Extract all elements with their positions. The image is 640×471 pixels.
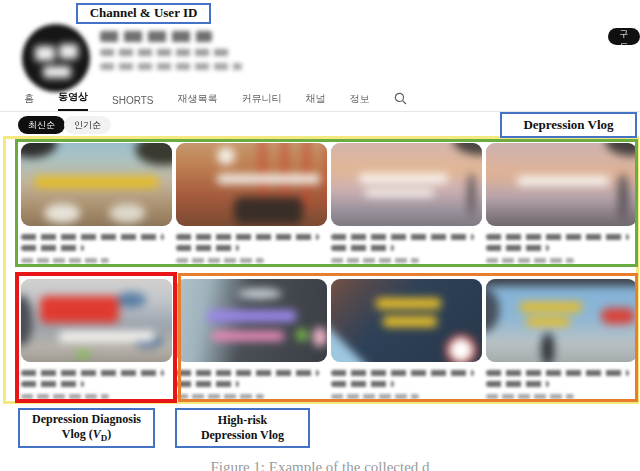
channel-user-id-annotation: Channel & User ID <box>76 3 211 24</box>
filter-chip-popular[interactable]: 인기순 <box>64 116 111 134</box>
video-title-blurred <box>331 381 394 387</box>
channel-tabs: 홈동영상SHORTS재생목록커뮤니티채널정보 <box>24 92 407 111</box>
video-metadata-blurred <box>21 394 109 399</box>
video-title-blurred <box>21 245 84 251</box>
annotation-line: High-risk <box>218 413 267 428</box>
depression-diagnosis-annotation: Depression Diagnosis Vlog (VD) <box>18 408 155 448</box>
video-5[interactable] <box>21 279 172 399</box>
annotation-line: Depression Vlog <box>201 428 284 443</box>
video-thumbnail[interactable] <box>486 143 637 226</box>
tab-item-6[interactable]: 정보 <box>350 92 370 111</box>
video-title-blurred <box>331 234 474 240</box>
video-title-blurred <box>21 381 84 387</box>
video-metadata-blurred <box>176 258 264 263</box>
channel-description-blurred <box>100 63 242 70</box>
video-metadata-blurred <box>176 394 264 399</box>
video-thumbnail[interactable] <box>21 143 172 226</box>
video-thumbnail[interactable] <box>486 279 637 362</box>
video-thumbnail[interactable] <box>331 279 482 362</box>
video-2[interactable] <box>176 143 327 263</box>
avatar-logo-glyph <box>35 46 55 61</box>
channel-avatar[interactable] <box>22 24 90 92</box>
tab-item-1[interactable]: 동영상 <box>58 90 88 111</box>
channel-handle-stats-blurred <box>100 49 232 56</box>
video-6[interactable] <box>176 279 327 399</box>
video-row-2 <box>21 279 637 399</box>
video-title-blurred <box>486 245 549 251</box>
video-title-blurred <box>176 234 319 240</box>
video-title-blurred <box>21 370 164 376</box>
avatar-logo-glyph <box>43 66 71 78</box>
figure-caption: Figure 1: Example of the collected d <box>0 459 640 471</box>
video-metadata-blurred <box>331 394 419 399</box>
tab-item-0[interactable]: 홈 <box>24 92 34 111</box>
video-thumbnail[interactable] <box>331 143 482 226</box>
tab-shorts[interactable]: SHORTS <box>112 95 154 111</box>
video-title-blurred <box>176 381 239 387</box>
tab-item-4[interactable]: 커뮤니티 <box>242 92 282 111</box>
subscribe-button[interactable]: 구독 <box>608 28 640 45</box>
video-metadata-blurred <box>21 258 109 263</box>
video-metadata-blurred <box>486 258 574 263</box>
video-title-blurred <box>176 370 319 376</box>
depression-vlog-annotation: Depression Vlog <box>500 112 637 138</box>
video-title-blurred <box>486 234 629 240</box>
annotation-line: Depression Diagnosis <box>32 412 141 427</box>
video-thumbnail[interactable] <box>176 279 327 362</box>
video-title-blurred <box>486 381 549 387</box>
video-title-blurred <box>176 245 239 251</box>
video-8[interactable] <box>486 279 637 399</box>
video-metadata-blurred <box>331 258 419 263</box>
annotation-line: Vlog (VD) <box>62 427 112 445</box>
video-thumbnail[interactable] <box>176 143 327 226</box>
channel-name-blurred <box>100 31 212 42</box>
video-1[interactable] <box>21 143 172 263</box>
video-title-blurred <box>331 370 474 376</box>
video-title-blurred <box>331 245 394 251</box>
video-metadata-blurred <box>486 394 574 399</box>
video-row-1 <box>21 143 637 263</box>
video-title-blurred <box>21 234 164 240</box>
tab-item-3[interactable]: 재생목록 <box>178 92 218 111</box>
filter-chip-latest[interactable]: 최신순 <box>18 116 65 134</box>
tab-item-5[interactable]: 채널 <box>306 92 326 111</box>
video-thumbnail[interactable] <box>21 279 172 362</box>
search-icon[interactable] <box>394 92 407 111</box>
video-title-blurred <box>486 370 629 376</box>
youtube-channel-figure: 구독 홈동영상SHORTS재생목록커뮤니티채널정보 최신순 인기순 Channe… <box>0 0 640 471</box>
video-7[interactable] <box>331 279 482 399</box>
high-risk-annotation: High-risk Depression Vlog <box>175 408 310 448</box>
avatar-logo-glyph <box>59 44 78 59</box>
video-3[interactable] <box>331 143 482 263</box>
video-4[interactable] <box>486 143 637 263</box>
